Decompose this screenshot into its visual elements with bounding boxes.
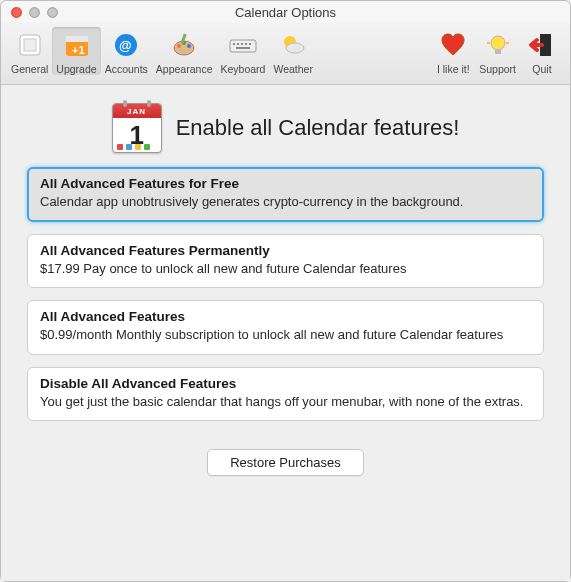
toolbar: General +1 Upgrade @ Accounts Appearance… <box>1 23 570 85</box>
option-desc: $17.99 Pay once to unlock all new and fu… <box>40 260 531 278</box>
svg-rect-22 <box>495 49 501 54</box>
toolbar-label: Upgrade <box>56 63 96 75</box>
hero: JAN 1 Enable all Calendar features! <box>1 85 570 167</box>
toolbar-item-keyboard[interactable]: Keyboard <box>216 27 269 75</box>
toolbar-item-accounts[interactable]: @ Accounts <box>101 27 152 75</box>
option-monthly[interactable]: All Advanced Features $0.99/month Monthl… <box>27 300 544 355</box>
calendar-icon-month: JAN <box>113 104 161 118</box>
content-pane: JAN 1 Enable all Calendar features! All … <box>1 85 570 581</box>
toolbar-label: Appearance <box>156 63 213 75</box>
svg-point-10 <box>187 44 191 48</box>
upgrade-icon: +1 <box>61 29 93 61</box>
option-title: Disable All Advanced Features <box>40 376 531 391</box>
svg-text:+1: +1 <box>72 44 85 56</box>
svg-rect-3 <box>66 36 88 42</box>
option-desc: $0.99/month Monthly subscription to unlo… <box>40 326 531 344</box>
option-permanent[interactable]: All Advanced Features Permanently $17.99… <box>27 234 544 289</box>
restore-purchases-button[interactable]: Restore Purchases <box>207 449 364 476</box>
appearance-icon <box>168 29 200 61</box>
option-free-crypto[interactable]: All Advanced Features for Free Calendar … <box>27 167 544 222</box>
svg-rect-16 <box>245 43 247 45</box>
weather-icon <box>277 29 309 61</box>
toolbar-item-appearance[interactable]: Appearance <box>152 27 217 75</box>
toolbar-label: Support <box>479 63 516 75</box>
toolbar-item-support[interactable]: Support <box>475 27 520 75</box>
svg-rect-1 <box>24 39 36 51</box>
svg-point-8 <box>177 44 181 48</box>
toolbar-item-upgrade[interactable]: +1 Upgrade <box>52 27 100 75</box>
svg-text:@: @ <box>119 38 132 53</box>
window-title: Calendar Options <box>1 5 570 20</box>
keyboard-icon <box>227 29 259 61</box>
toolbar-label: Weather <box>273 63 313 75</box>
svg-rect-15 <box>241 43 243 45</box>
svg-rect-17 <box>249 43 251 45</box>
option-title: All Advanced Features <box>40 309 531 324</box>
toolbar-item-weather[interactable]: Weather <box>269 27 317 75</box>
upgrade-options: All Advanced Features for Free Calendar … <box>1 167 570 421</box>
preferences-window: Calendar Options General +1 Upgrade @ Ac… <box>0 0 571 582</box>
general-icon <box>14 29 46 61</box>
option-desc: Calendar app unobtrusively generates cry… <box>40 193 531 211</box>
titlebar: Calendar Options <box>1 1 570 23</box>
svg-rect-12 <box>230 40 256 52</box>
calendar-icon: JAN 1 <box>112 103 162 153</box>
svg-point-21 <box>491 36 505 50</box>
toolbar-item-like[interactable]: I like it! <box>431 27 475 75</box>
svg-point-20 <box>286 43 304 53</box>
footer: Restore Purchases <box>1 421 570 502</box>
option-title: All Advanced Features Permanently <box>40 243 531 258</box>
toolbar-label: Quit <box>532 63 551 75</box>
quit-icon <box>526 29 558 61</box>
toolbar-item-general[interactable]: General <box>7 27 52 75</box>
lightbulb-icon <box>482 29 514 61</box>
toolbar-label: Keyboard <box>220 63 265 75</box>
svg-rect-13 <box>233 43 235 45</box>
svg-rect-14 <box>237 43 239 45</box>
toolbar-label: General <box>11 63 48 75</box>
toolbar-item-quit[interactable]: Quit <box>520 27 564 75</box>
svg-rect-18 <box>236 47 250 49</box>
toolbar-label: I like it! <box>437 63 470 75</box>
toolbar-label: Accounts <box>105 63 148 75</box>
hero-title: Enable all Calendar features! <box>176 115 460 141</box>
option-disable[interactable]: Disable All Advanced Features You get ju… <box>27 367 544 422</box>
option-desc: You get just the basic calendar that han… <box>40 393 531 411</box>
heart-icon <box>437 29 469 61</box>
option-title: All Advanced Features for Free <box>40 176 531 191</box>
accounts-icon: @ <box>110 29 142 61</box>
